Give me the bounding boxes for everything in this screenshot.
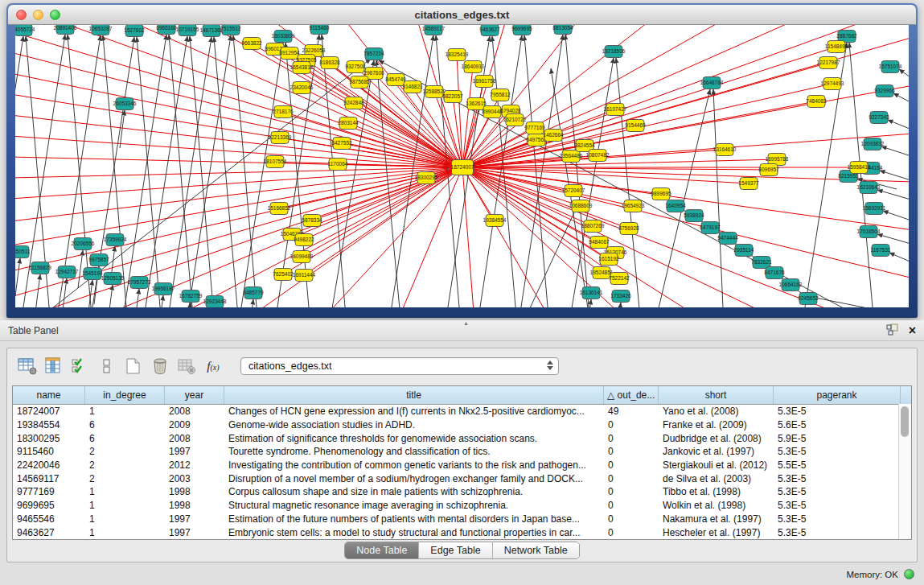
network-node-label: 9329966 (874, 88, 895, 93)
table-cell: 5.6E-5 (774, 419, 901, 431)
table-cell: 1 (85, 406, 165, 417)
table-cell: 2 (85, 459, 165, 471)
minimize-window-button[interactable] (33, 10, 43, 20)
network-node-label: 9227343 (869, 114, 889, 120)
new-table-button[interactable] (121, 356, 146, 377)
network-node-label: 16210722 (503, 117, 527, 122)
network-node-label: 20891406 (54, 25, 77, 31)
delete-column-button[interactable] (175, 356, 199, 377)
network-node-label: 18724007 (451, 164, 474, 170)
network-edge (15, 167, 462, 297)
table-cell: Estimation of significance thresholds fo… (224, 433, 604, 444)
memory-status-indicator (904, 569, 914, 579)
select-column-button[interactable] (42, 356, 66, 377)
dropdown-arrows-icon (547, 360, 553, 370)
network-node-label: 19524851 (590, 270, 614, 275)
table-row[interactable]: 1456911722003Disruption of a novel membe… (13, 472, 911, 485)
select-all-rows-button[interactable] (68, 356, 92, 377)
table-cell: 5.3E-5 (774, 500, 901, 511)
table-cell: 2 (85, 473, 165, 484)
network-edge (880, 171, 909, 181)
table-cell: 0 (604, 527, 659, 538)
table-row[interactable]: 977716911998Corpus callosum shape and si… (13, 485, 911, 499)
table-row[interactable]: 946554611997Estimation of the future num… (13, 513, 911, 526)
network-node-label: 8756928 (618, 225, 639, 231)
float-window-icon[interactable] (886, 323, 899, 338)
table-panel-body: f(x) citations_edges.txt namein_degreeye… (6, 348, 918, 562)
tab-node-table[interactable]: Node Table (345, 542, 419, 558)
network-window-titlebar[interactable]: citations_edges.txt (8, 5, 916, 25)
network-node-label: 15166852 (268, 205, 291, 211)
network-edge (122, 35, 166, 307)
column-header-short[interactable]: short (659, 386, 774, 404)
table-row[interactable]: 911546021997Tourette syndrome. Phenomeno… (13, 445, 911, 459)
column-header-out_degree[interactable]: △ out_de... (604, 386, 659, 404)
network-node-label: 1167531 (871, 247, 891, 253)
network-node-label: 15692931 (863, 205, 886, 211)
network-node-label: 8215953 (838, 173, 859, 179)
zoom-window-button[interactable] (50, 10, 60, 20)
delete-table-button[interactable] (148, 356, 172, 377)
network-node-label: 16210643 (857, 184, 881, 190)
table-row[interactable]: 969969511998Structural magnetic resonanc… (13, 499, 911, 513)
table-cell: 0 (604, 486, 659, 497)
merge-rows-button[interactable] (95, 356, 119, 377)
network-node-label: 16961758 (473, 78, 496, 84)
scrollbar-thumb[interactable] (901, 406, 909, 437)
table-row[interactable]: 1938455462009Genome-wide association stu… (13, 418, 911, 432)
network-edge (304, 167, 462, 240)
network-node-label: 18107554 (264, 159, 287, 164)
network-node-label: 16033809 (272, 33, 295, 39)
network-node-label: 17957273 (128, 279, 151, 285)
network-node-label: 9498222 (294, 237, 314, 242)
column-header-in_degree[interactable]: in_degree (85, 386, 165, 404)
column-header-year[interactable]: year (165, 386, 224, 404)
panel-resize-grip[interactable]: ▲ (462, 321, 470, 325)
network-node-label: 9474444 (717, 235, 738, 241)
network-canvas[interactable]: 1405572420891406106532871527602696616010… (15, 25, 909, 307)
network-node-label: 12974493 (821, 80, 844, 86)
table-header-row: namein_degreeyeartitle△ out_de...shortpa… (13, 386, 911, 405)
network-node-label: 9327508 (345, 64, 366, 69)
vertical-scrollbar[interactable] (898, 404, 911, 539)
table-cell: 2003 (165, 473, 224, 484)
column-header-title[interactable]: title (224, 386, 604, 404)
column-header-name[interactable]: name (13, 386, 85, 404)
close-panel-icon[interactable]: × (909, 324, 916, 337)
table-cell: Changes of HCN gene expression and I(f) … (224, 406, 604, 417)
network-node-label: 9146821 (402, 84, 423, 89)
function-builder-button[interactable]: f(x) (201, 356, 225, 377)
table-settings-button[interactable] (15, 356, 39, 377)
table-cell: Tourette syndrome. Phenomenology and cla… (224, 446, 604, 457)
table-cell: 5.3E-5 (774, 486, 901, 497)
table-cell: 9463627 (13, 527, 85, 538)
network-edge (214, 37, 240, 307)
tab-network-table[interactable]: Network Table (493, 542, 579, 558)
table-row[interactable]: 946362711997Embryonic stem cells: a mode… (13, 525, 911, 539)
network-edge (354, 103, 462, 167)
network-edge (248, 299, 253, 307)
table-cell: 0 (604, 433, 659, 444)
memory-status-label: Memory: OK (846, 570, 898, 579)
table-row[interactable]: 1872400712008Changes of HCN gene express… (13, 405, 911, 418)
table-cell: de Silva et al. (2003) (659, 473, 774, 484)
table-selector-dropdown[interactable]: citations_edges.txt (240, 357, 559, 375)
table-cell: 0 (604, 473, 659, 484)
column-header-pagerank[interactable]: pagerank (774, 386, 901, 404)
network-node-label: 18640910 (462, 64, 485, 69)
network-node-label: 9245652 (798, 295, 819, 301)
network-node-label: 10653287 (89, 26, 113, 31)
table-cell: 2 (85, 446, 165, 457)
table-cell: 49 (604, 406, 659, 417)
network-node-label: 7515512 (220, 26, 241, 31)
table-cell: 1997 (165, 446, 224, 457)
tab-edge-table[interactable]: Edge Table (419, 542, 492, 558)
network-node-label: 8427552 (331, 140, 352, 146)
table-cell: 1998 (165, 500, 224, 511)
close-window-button[interactable] (16, 10, 27, 20)
table-row[interactable]: 1830029562008Estimation of significance … (13, 431, 911, 445)
network-node-label: 16543812 (290, 64, 314, 70)
table-row[interactable]: 2242004622012Investigating the contribut… (13, 459, 911, 472)
table-cell: 9777169 (13, 486, 85, 497)
table-cell: Jankovic et al. (1997) (659, 446, 774, 457)
